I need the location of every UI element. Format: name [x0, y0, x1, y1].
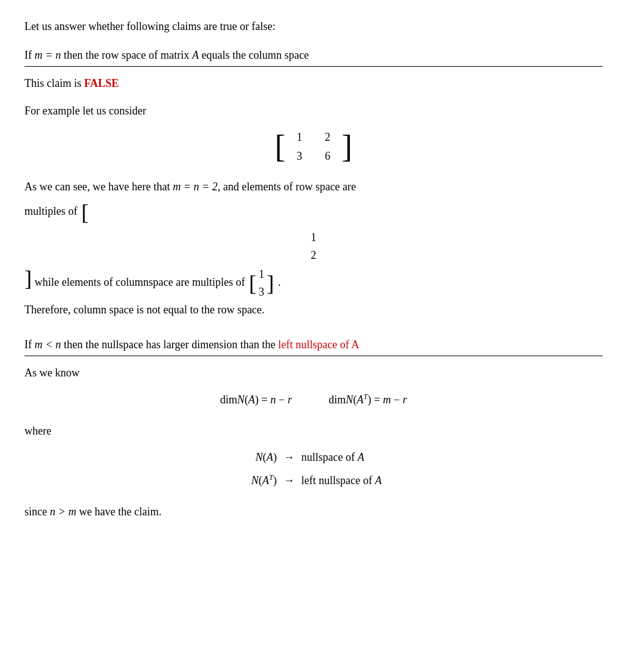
- inline-left-bracket-2: [: [249, 272, 256, 294]
- claim1-A: A: [192, 49, 199, 61]
- matrix-display: [ 1 2 3 6 ]: [24, 127, 603, 167]
- formula-display: dimN(A) = n − r dimN(AT) = m − r: [24, 391, 603, 408]
- since-end: we have the claim.: [76, 506, 161, 518]
- matrix-cell-00: 1: [291, 129, 309, 146]
- inline-cell-2-0: 1: [259, 266, 264, 283]
- right-bracket: ]: [342, 131, 352, 163]
- exp1-after: , and elements of row space are: [218, 181, 356, 193]
- left-bracket: [: [275, 131, 285, 163]
- formula-right: dimN(AT) = m − r: [328, 391, 407, 408]
- formula-left: dimN(A) = n − r: [220, 392, 292, 408]
- since-text: since n > m we have the claim.: [24, 504, 603, 520]
- claim2-section: If m < n then the nullspace has larger d…: [24, 337, 603, 520]
- intro-paragraph: Let us answer whether following claims a…: [24, 18, 603, 35]
- claim1-heading-after: then the row space of matrix: [61, 49, 192, 61]
- inline-cell-2-1: 3: [259, 284, 264, 301]
- claim1-heading-before: If: [24, 49, 35, 61]
- as-we-know: As we know: [24, 365, 603, 381]
- where-text: where: [24, 423, 603, 439]
- def-row-2: N(AT) → left nullspace of A: [204, 472, 424, 489]
- therefore-text: Therefore, column space is not equal to …: [24, 302, 603, 318]
- exp2-end: .: [278, 277, 281, 289]
- matrix-cell-11: 6: [319, 148, 337, 165]
- claim1-heading-math: m = n: [35, 49, 61, 61]
- inline-cell-1-0: 1: [27, 230, 600, 246]
- claim2-heading: If m < n then the nullspace has larger d…: [24, 337, 603, 356]
- claim2-math: m < n: [35, 338, 61, 351]
- inline-cell-1-1: 2: [27, 247, 600, 264]
- claim2-before: If: [24, 338, 35, 351]
- matrix-cell-01: 2: [319, 129, 337, 146]
- inline-right-bracket-2: ]: [267, 272, 274, 294]
- matrix-cell-10: 3: [291, 148, 309, 165]
- claim2-after: then the nullspace has larger dimension …: [61, 338, 278, 351]
- inline-matrix-content-1: 1 2: [24, 228, 603, 265]
- explanation2: multiples of [: [24, 201, 603, 223]
- inline-matrix-1: [: [81, 201, 89, 223]
- matrix-bracket-container: [ 1 2 3 6 ]: [275, 127, 352, 167]
- exp1-before: As we can see, we have here that: [24, 181, 173, 193]
- matrix-content: 1 2 3 6: [286, 127, 342, 167]
- def2-meaning: left nullspace of A: [302, 472, 424, 489]
- def1-meaning: nullspace of A: [302, 449, 424, 466]
- claim1-example-intro: For example let us consider: [24, 103, 603, 119]
- def1-arrow: →: [277, 449, 302, 466]
- def1-symbol: N(A): [204, 449, 277, 466]
- claim1-heading-end: equals the column space: [199, 49, 309, 61]
- explanation1: As we can see, we have here that m = n =…: [24, 177, 603, 196]
- since-math: n > m: [50, 506, 76, 518]
- claim1-heading: If m = n then the row space of matrix A …: [24, 47, 603, 67]
- def2-symbol: N(AT): [204, 472, 277, 489]
- exp2-before: multiples of: [24, 206, 80, 218]
- inline-left-bracket-1: [: [81, 201, 89, 223]
- claim1-section: If m = n then the row space of matrix A …: [24, 47, 603, 318]
- inline-matrix-2: [ 1 3 ]: [249, 265, 274, 302]
- definitions-table: N(A) → nullspace of A N(AT) → left nulls…: [24, 449, 603, 489]
- claim1-result: This claim is FALSE: [24, 75, 603, 92]
- exp1-math: m = n = 2: [173, 181, 217, 193]
- exp2-middle: while elements of columnspace are multip…: [35, 277, 248, 289]
- claim2-red: left nullspace of A: [278, 338, 359, 351]
- inline-matrix-content-2: 1 3: [256, 265, 267, 302]
- inline-right-bracket-1: ]: [24, 267, 32, 291]
- claim1-result-prefix: This claim is: [24, 77, 84, 89]
- since-before: since: [24, 506, 50, 518]
- def2-arrow: →: [277, 472, 302, 489]
- claim1-false-label: FALSE: [84, 77, 119, 89]
- def-row-1: N(A) → nullspace of A: [204, 449, 424, 466]
